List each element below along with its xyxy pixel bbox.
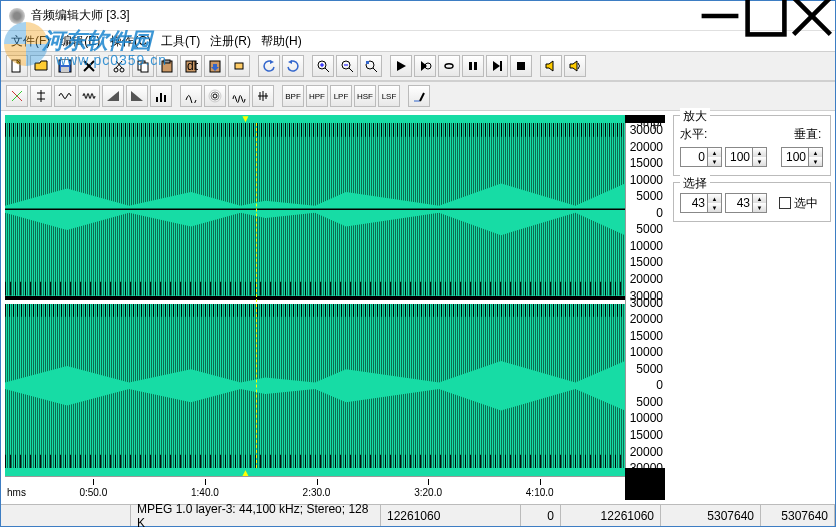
horiz-end-spinner[interactable]: ▲▼	[725, 147, 767, 167]
app-window: 音频编辑大师 [3.3] 文件(F) 编辑(E) 操作(C) 工具(T) 注册(…	[0, 0, 836, 527]
svg-marker-24	[288, 60, 292, 64]
zoomin-button[interactable]	[312, 55, 334, 77]
close-file-button[interactable]	[78, 55, 100, 77]
spin-up-icon[interactable]: ▲	[809, 148, 822, 157]
filter-lpf-label: LPF	[334, 92, 349, 101]
spin-down-icon[interactable]: ▼	[809, 157, 822, 166]
waveform-channel-left[interactable]	[5, 123, 625, 296]
menu-file[interactable]: 文件(F)	[7, 31, 54, 52]
fx-wave2-icon[interactable]	[78, 85, 100, 107]
menu-operate[interactable]: 操作(C)	[106, 31, 155, 52]
redo-button[interactable]	[282, 55, 304, 77]
svg-rect-34	[366, 61, 369, 64]
filter-hsf-button[interactable]: HSF	[354, 85, 376, 107]
selected-checkbox[interactable]	[779, 197, 791, 209]
amp-tick: 10000	[630, 411, 663, 425]
zoomsel-button[interactable]	[360, 55, 382, 77]
loop-button[interactable]	[438, 55, 460, 77]
fx-fadein-icon[interactable]	[102, 85, 124, 107]
svg-rect-54	[164, 95, 166, 102]
spin-up-icon[interactable]: ▲	[708, 148, 721, 157]
fx-amplify-icon[interactable]	[228, 85, 250, 107]
fx-echo-icon[interactable]	[204, 85, 226, 107]
vert-input[interactable]	[781, 147, 809, 167]
titlebar: 音频编辑大师 [3.3]	[1, 1, 835, 31]
status-sel-end: 12261060	[561, 505, 661, 526]
horiz-start-input[interactable]	[680, 147, 708, 167]
fx-eq-icon[interactable]	[150, 85, 172, 107]
side-panel: 放大 水平: 垂直: ▲▼ ▲▼	[669, 111, 835, 504]
time-tick: 3:20.0	[414, 487, 442, 498]
undo-button[interactable]	[258, 55, 280, 77]
time-tick: 0:50.0	[79, 487, 107, 498]
paste-button[interactable]	[156, 55, 178, 77]
sel-from-input[interactable]	[680, 193, 708, 213]
fx-fadeout-icon[interactable]	[126, 85, 148, 107]
trim-button[interactable]	[228, 55, 250, 77]
copy-button[interactable]	[132, 55, 154, 77]
horiz-label: 水平:	[680, 126, 710, 143]
play-button[interactable]	[390, 55, 412, 77]
fx-compress-icon[interactable]	[30, 85, 52, 107]
amp-tick: 10000	[630, 345, 663, 359]
cut-button[interactable]	[108, 55, 130, 77]
minimize-button[interactable]	[697, 1, 743, 31]
horiz-end-input[interactable]	[725, 147, 753, 167]
playloop-button[interactable]	[414, 55, 436, 77]
fx-wave1-icon[interactable]	[54, 85, 76, 107]
menu-register[interactable]: 注册(R)	[206, 31, 255, 52]
record-button[interactable]	[462, 55, 484, 77]
save-button[interactable]	[54, 55, 76, 77]
vert-spinner[interactable]: ▲▼	[781, 147, 823, 167]
waveform-channel-right[interactable]	[5, 304, 625, 469]
speaker-left-icon[interactable]	[540, 55, 562, 77]
mix-paste-button[interactable]: db	[180, 55, 202, 77]
svg-rect-1	[748, 0, 785, 34]
maximize-button[interactable]	[743, 1, 789, 31]
zoom-group-title: 放大	[680, 108, 710, 125]
stop-button[interactable]	[510, 55, 532, 77]
new-button[interactable]	[6, 55, 28, 77]
timeline-top[interactable]: ▼	[5, 115, 625, 123]
spin-up-icon[interactable]: ▲	[753, 148, 766, 157]
sel-from-spinner[interactable]: ▲▼	[680, 193, 722, 213]
filter-hpf-label: HPF	[309, 92, 325, 101]
main-area: ▼	[1, 111, 835, 504]
fx-normalize-icon[interactable]	[252, 85, 274, 107]
menu-edit[interactable]: 编辑(E)	[56, 31, 104, 52]
open-button[interactable]	[30, 55, 52, 77]
sel-to-spinner[interactable]: ▲▼	[725, 193, 767, 213]
spin-up-icon[interactable]: ▲	[708, 194, 721, 203]
time-tick: 2:30.0	[303, 487, 331, 498]
timeline-bottom[interactable]: ▲	[5, 468, 625, 476]
menu-help[interactable]: 帮助(H)	[257, 31, 306, 52]
status-cursor-2: 5307640	[761, 505, 835, 526]
spin-up-icon[interactable]: ▲	[753, 194, 766, 203]
filter-lpf-button[interactable]: LPF	[330, 85, 352, 107]
filter-lsf-button[interactable]: LSF	[378, 85, 400, 107]
paste-file-button[interactable]	[204, 55, 226, 77]
playstep-button[interactable]	[486, 55, 508, 77]
playback-cursor[interactable]	[256, 123, 257, 468]
filter-hpf-button[interactable]: HPF	[306, 85, 328, 107]
spin-down-icon[interactable]: ▼	[753, 157, 766, 166]
waveform-display[interactable]: ▼	[5, 115, 665, 500]
horiz-start-spinner[interactable]: ▲▼	[680, 147, 722, 167]
speaker-right-icon[interactable]	[564, 55, 586, 77]
svg-rect-39	[474, 62, 477, 70]
menu-tool[interactable]: 工具(T)	[157, 31, 204, 52]
filter-bpf-button[interactable]: BPF	[282, 85, 304, 107]
sel-to-input[interactable]	[725, 193, 753, 213]
svg-text:db: db	[187, 59, 198, 73]
fx-cut-icon[interactable]	[6, 85, 28, 107]
svg-point-55	[213, 94, 217, 98]
fx-invert-icon[interactable]	[180, 85, 202, 107]
fx-pen-icon[interactable]	[408, 85, 430, 107]
spin-down-icon[interactable]: ▼	[708, 157, 721, 166]
close-button[interactable]	[789, 1, 835, 31]
spin-down-icon[interactable]: ▼	[753, 203, 766, 212]
spin-down-icon[interactable]: ▼	[708, 203, 721, 212]
svg-marker-40	[493, 61, 500, 71]
status-cursor-1: 5307640	[661, 505, 761, 526]
zoomout-button[interactable]	[336, 55, 358, 77]
